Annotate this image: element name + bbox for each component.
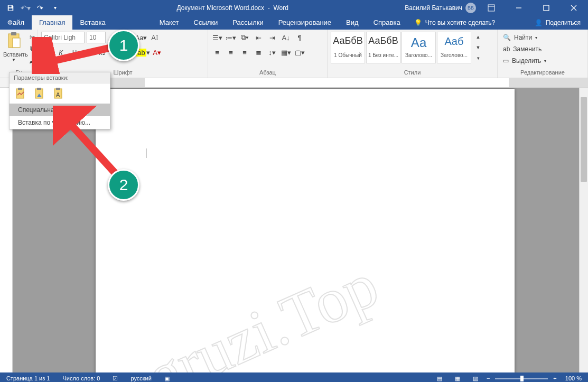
view-print-layout[interactable]: ▦ bbox=[449, 372, 466, 382]
svg-rect-10 bbox=[13, 38, 20, 48]
status-language[interactable]: русский bbox=[124, 372, 157, 382]
document-page[interactable] bbox=[96, 89, 515, 372]
zoom-slider[interactable] bbox=[495, 378, 548, 379]
styles-row-up[interactable]: ▲ bbox=[472, 32, 484, 42]
svg-rect-15 bbox=[37, 88, 41, 90]
multilevel-button[interactable]: ⧉▾ bbox=[239, 32, 250, 43]
text-cursor bbox=[146, 148, 146, 158]
svg-text:A: A bbox=[56, 91, 60, 98]
svg-line-20 bbox=[63, 116, 116, 174]
tab-mailings[interactable]: Рассылки bbox=[225, 15, 270, 30]
align-left-button[interactable]: ≡ bbox=[211, 46, 223, 58]
paste-label: Вставить bbox=[3, 51, 24, 58]
paste-dropdown-arrow[interactable]: ▼ bbox=[3, 58, 24, 62]
view-web-layout[interactable]: ▨ bbox=[466, 372, 484, 382]
svg-rect-2 bbox=[488, 5, 494, 11]
paste-button[interactable]: Вставить ▼ bbox=[3, 32, 24, 62]
select-button[interactable]: ▭Выделить▾ bbox=[501, 55, 548, 67]
zoom-out-button[interactable]: − bbox=[484, 372, 492, 382]
replace-icon: ab bbox=[503, 45, 510, 53]
window-title: Документ Microsoft Word.docx - Word bbox=[60, 4, 405, 12]
borders-button[interactable]: ▢▾ bbox=[294, 46, 305, 58]
select-icon: ▭ bbox=[503, 57, 509, 64]
status-page[interactable]: Страница 1 из 1 bbox=[0, 372, 56, 382]
styles-gallery[interactable]: АаБбВ 1 Обычный АаБбВ 1 Без инте... Аа З… bbox=[331, 32, 481, 63]
status-macro[interactable]: ▣ bbox=[158, 372, 176, 382]
svg-rect-13 bbox=[18, 88, 22, 90]
tab-file[interactable]: Файл bbox=[0, 15, 32, 30]
paste-keep-source-icon[interactable] bbox=[14, 87, 27, 100]
zoom-slider-knob[interactable] bbox=[520, 376, 524, 381]
replace-button[interactable]: abЗаменить bbox=[501, 43, 548, 55]
svg-rect-17 bbox=[56, 88, 60, 90]
tab-layout[interactable]: Макет bbox=[152, 15, 186, 30]
tab-view[interactable]: Вид bbox=[339, 15, 366, 30]
paste-menu-header: Параметры вставки: bbox=[10, 72, 110, 83]
svg-rect-9 bbox=[11, 32, 16, 35]
paste-text-only-icon[interactable]: A bbox=[52, 87, 66, 100]
styles-row-down[interactable]: ▼ bbox=[472, 43, 484, 52]
tab-review[interactable]: Рецензирование bbox=[271, 15, 339, 30]
maximize-button[interactable] bbox=[534, 0, 558, 15]
show-marks-button[interactable]: ¶ bbox=[294, 32, 305, 43]
decrease-indent-button[interactable]: ⇤ bbox=[253, 32, 264, 43]
annotation-marker-2: 2 bbox=[108, 169, 139, 201]
tell-me-search[interactable]: 💡 Что вы хотите сделать? bbox=[408, 15, 502, 30]
paste-merge-icon[interactable] bbox=[33, 87, 46, 100]
group-label-editing: Редактирование bbox=[501, 69, 584, 78]
save-button[interactable] bbox=[5, 3, 16, 13]
title-bar: ↶▾ ↷ ▾ Документ Microsoft Word.docx - Wo… bbox=[0, 0, 588, 15]
clear-formatting-button[interactable]: A⃠ bbox=[149, 32, 161, 43]
tab-help[interactable]: Справка bbox=[366, 15, 408, 30]
status-bar: Страница 1 из 1 Число слов: 0 ☑ русский … bbox=[0, 372, 588, 382]
align-center-button[interactable]: ≡ bbox=[225, 46, 237, 58]
bullets-button[interactable]: ☰▾ bbox=[211, 32, 223, 43]
group-editing: 🔍Найти▾ abЗаменить ▭Выделить▾ Редактиров… bbox=[498, 30, 588, 78]
ribbon-display-button[interactable] bbox=[479, 0, 503, 15]
style-no-spacing[interactable]: АаБбВ 1 Без инте... bbox=[366, 32, 400, 63]
font-color-button[interactable]: A▾ bbox=[151, 46, 163, 58]
zoom-in-button[interactable]: + bbox=[551, 372, 558, 382]
vertical-scrollbar[interactable] bbox=[579, 88, 588, 372]
tab-hidden-design[interactable] bbox=[113, 15, 152, 30]
sort-button[interactable]: A↓ bbox=[280, 32, 292, 43]
lightbulb-icon: 💡 bbox=[414, 19, 422, 26]
view-read-mode[interactable]: ▤ bbox=[431, 372, 449, 382]
align-right-button[interactable]: ≡ bbox=[239, 46, 250, 58]
ribbon-tabs: Файл Главная Вставка Макет Ссылки Рассыл… bbox=[0, 15, 588, 30]
redo-button[interactable]: ↷ bbox=[35, 3, 45, 13]
style-heading1[interactable]: Аа Заголово... bbox=[402, 32, 436, 63]
close-button[interactable] bbox=[562, 0, 586, 15]
scroll-thumb[interactable] bbox=[581, 97, 587, 182]
user-name[interactable]: Василий Батькавич bbox=[405, 4, 462, 12]
style-heading2[interactable]: Aaб Заголово... bbox=[437, 32, 471, 63]
tab-insert[interactable]: Вставка bbox=[72, 15, 113, 30]
styles-more[interactable]: ▾ bbox=[472, 53, 484, 63]
justify-button[interactable]: ≣ bbox=[253, 46, 264, 58]
minimize-button[interactable] bbox=[507, 0, 531, 15]
undo-button[interactable]: ↶▾ bbox=[20, 3, 31, 13]
line-spacing-button[interactable]: ↕▾ bbox=[266, 46, 278, 58]
share-button[interactable]: 👤 Поделиться bbox=[527, 15, 588, 30]
numbering-button[interactable]: ≔▾ bbox=[225, 32, 237, 43]
share-label: Поделиться bbox=[546, 19, 581, 26]
status-word-count[interactable]: Число слов: 0 bbox=[56, 372, 106, 382]
quick-access-toolbar: ↶▾ ↷ ▾ bbox=[0, 3, 60, 13]
zoom-level[interactable]: 100 % bbox=[559, 372, 588, 382]
search-icon: 🔍 bbox=[503, 34, 511, 41]
tab-home[interactable]: Главная bbox=[32, 15, 72, 30]
annotation-arrow-1 bbox=[32, 37, 116, 74]
tab-references[interactable]: Ссылки bbox=[186, 15, 226, 30]
status-spellcheck[interactable]: ☑ bbox=[106, 372, 124, 382]
vertical-ruler[interactable] bbox=[0, 88, 13, 372]
style-normal[interactable]: АаБбВ 1 Обычный bbox=[331, 32, 365, 63]
svg-rect-1 bbox=[9, 8, 13, 10]
increase-indent-button[interactable]: ⇥ bbox=[266, 32, 278, 43]
app-name: Word bbox=[273, 4, 288, 12]
group-label-styles: Стили bbox=[331, 69, 494, 78]
find-button[interactable]: 🔍Найти▾ bbox=[501, 32, 548, 43]
svg-rect-5 bbox=[544, 5, 549, 11]
qat-customize-button[interactable]: ▾ bbox=[50, 3, 60, 13]
user-avatar[interactable]: ВБ bbox=[465, 3, 476, 13]
shading-button[interactable]: ▦▾ bbox=[280, 46, 292, 58]
